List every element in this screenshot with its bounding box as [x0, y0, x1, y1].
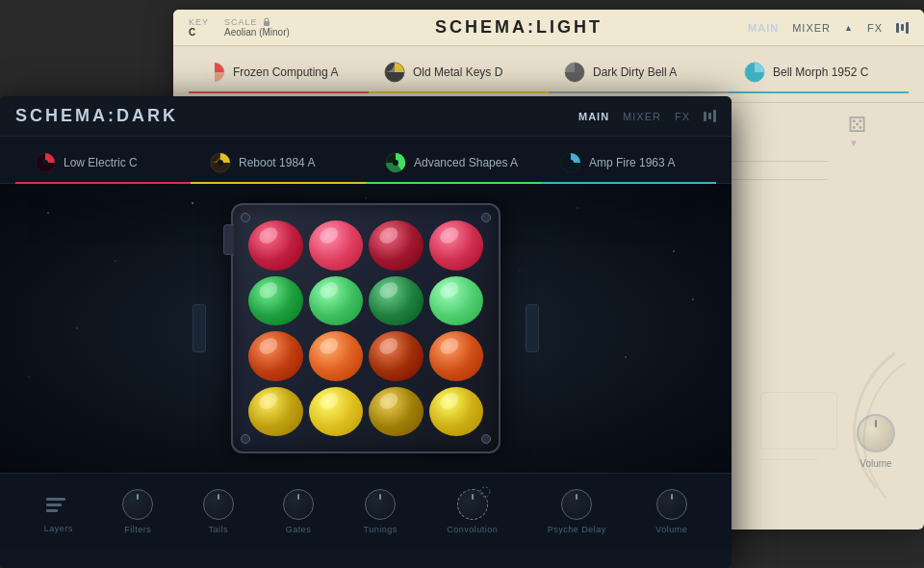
light-preset-2[interactable]: Old Metal Keys D: [369, 56, 549, 92]
orb-6: [369, 276, 424, 326]
svg-point-20: [76, 327, 78, 329]
toolbar-convolution[interactable]: Convolution: [447, 489, 498, 534]
light-presets: Frozen Computing A Old Metal Keys D Dark…: [173, 46, 924, 103]
key-scale-area: KEY C SCALE Aeolian (Minor): [189, 17, 290, 38]
dark-preset-name-1: Low Electric C: [64, 156, 138, 169]
dark-visual: [0, 184, 732, 473]
dark-presets: Low Electric C Reboot 1984 A Advanced Sh…: [0, 137, 732, 184]
svg-point-19: [673, 250, 675, 252]
pie-icon-3: [564, 62, 585, 83]
orb-4: [248, 276, 303, 326]
layers-label: Layers: [44, 524, 73, 533]
filters-knob[interactable]: [122, 489, 153, 520]
psyche-delay-knob[interactable]: [561, 489, 592, 520]
lock-icon: [262, 17, 271, 27]
orb-9: [309, 331, 364, 381]
light-preset-3[interactable]: Dark Dirty Bell A: [549, 56, 729, 92]
left-mount: [192, 304, 206, 352]
dark-panel: SCHEMA:DARK MAIN MIXER FX Low Electric C: [0, 96, 732, 568]
toolbar-tunings[interactable]: Tunings: [364, 489, 398, 534]
svg-point-6: [42, 160, 48, 166]
dark-preset-name-3: Advanced Shapes A: [414, 156, 518, 169]
light-title: SCHEMA:LIGHT: [435, 17, 603, 38]
orbs-grid: [233, 205, 499, 452]
toolbar-layers[interactable]: Layers: [44, 490, 73, 533]
scale-value: Aeolian (Minor): [224, 27, 290, 38]
light-nav-mixer-suffix: ▲: [844, 23, 854, 33]
layers-bar-3: [46, 509, 58, 512]
light-preset-4[interactable]: Bell Morph 1952 C: [729, 56, 909, 92]
light-preset-name-4: Bell Morph 1952 C: [773, 65, 868, 79]
dark-preset-3[interactable]: Advanced Shapes A: [366, 144, 541, 183]
svg-point-13: [47, 212, 49, 214]
volume-knob[interactable]: [656, 489, 687, 520]
light-preset-1[interactable]: Frozen Computing A: [189, 56, 369, 92]
dark-nav-mixer[interactable]: MIXER: [623, 111, 661, 122]
key-value: C: [189, 27, 209, 38]
toolbar-psyche-delay[interactable]: Psyche Delay: [548, 489, 606, 534]
orb-0: [248, 220, 303, 271]
tails-knob[interactable]: [203, 489, 234, 520]
svg-point-14: [115, 260, 116, 262]
orb-10: [369, 331, 424, 381]
orb-1: [309, 220, 364, 271]
tunings-knob[interactable]: [365, 489, 396, 520]
tunings-label: Tunings: [364, 525, 398, 534]
toolbar-tails[interactable]: Tails: [203, 489, 234, 534]
dark-preset-4[interactable]: Amp Fire 1963 A: [541, 144, 716, 183]
dark-nav-icon: [704, 110, 716, 122]
bolt-tr: [481, 213, 491, 222]
pie-icon-4: [744, 62, 765, 83]
light-preset-name-2: Old Metal Keys D: [413, 65, 502, 79]
gates-knob[interactable]: [283, 489, 314, 520]
light-nav: MAIN MIXER ▲ FX: [748, 22, 909, 34]
orb-13: [309, 387, 364, 437]
filters-label: Filters: [124, 525, 151, 534]
orb-3: [429, 220, 484, 271]
svg-rect-0: [264, 21, 270, 26]
svg-point-10: [393, 160, 398, 166]
dark-nav-main[interactable]: MAIN: [578, 111, 609, 122]
svg-point-15: [192, 202, 193, 204]
light-nav-mixer[interactable]: MIXER: [792, 22, 831, 34]
dark-preset-1[interactable]: Low Electric C: [15, 144, 191, 183]
bolt-tl: [241, 213, 250, 222]
svg-point-24: [365, 197, 367, 199]
orb-11: [429, 331, 484, 381]
tails-label: Tails: [208, 525, 228, 534]
gates-label: Gates: [286, 525, 312, 534]
dark-toolbar: Layers Filters Tails Gates Tunings: [0, 473, 732, 550]
light-instrument-svg: [732, 315, 924, 507]
svg-point-8: [218, 160, 223, 166]
orb-14: [369, 387, 424, 437]
convolution-knob-wrapper: [457, 489, 488, 520]
dark-nav: MAIN MIXER FX: [578, 110, 716, 122]
orb-12: [248, 387, 303, 437]
dark-preset-2[interactable]: Reboot 1984 A: [191, 144, 366, 183]
light-nav-fx[interactable]: FX: [867, 22, 883, 34]
dice-icon: ⚄: [848, 113, 866, 138]
dark-title: SCHEMA:DARK: [15, 106, 178, 126]
toolbar-filters[interactable]: Filters: [122, 489, 153, 534]
svg-point-25: [519, 270, 520, 271]
bolt-bl: [241, 434, 250, 444]
arrow-down-icon: ▼: [849, 138, 859, 148]
svg-point-22: [28, 375, 29, 376]
dark-pie-icon-1: [35, 152, 56, 173]
key-item: KEY C: [189, 17, 209, 38]
svg-point-18: [577, 207, 578, 209]
bolt-br: [481, 434, 491, 444]
dark-pie-icon-4: [560, 152, 581, 173]
light-nav-main[interactable]: MAIN: [748, 22, 779, 34]
toolbar-gates[interactable]: Gates: [283, 489, 314, 534]
dark-nav-fx[interactable]: FX: [675, 111, 690, 122]
convolution-indicator: [478, 485, 492, 499]
orb-5: [309, 276, 364, 326]
svg-point-12: [568, 160, 574, 166]
orb-2: [369, 220, 424, 271]
volume-label: Volume: [655, 525, 687, 534]
light-header: KEY C SCALE Aeolian (Minor) SCHEMA:LIGHT…: [173, 10, 924, 46]
toolbar-volume[interactable]: Volume: [655, 489, 687, 534]
dark-header: SCHEMA:DARK MAIN MIXER FX: [0, 96, 732, 137]
orb-7: [429, 276, 484, 326]
